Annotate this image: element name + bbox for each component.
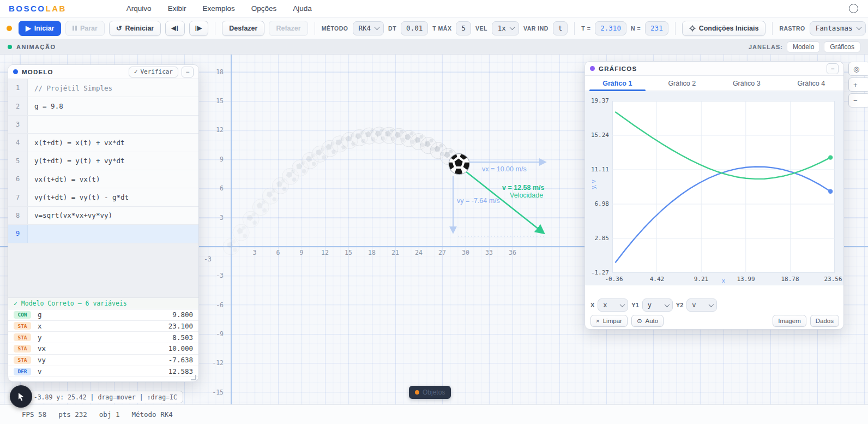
graph-tabs: Gráfico 1 Gráfico 2 Gráfico 3 Gráfico 4 bbox=[585, 76, 843, 91]
chart-x-tick: 18.78 bbox=[781, 276, 799, 283]
model-panel: MODELO ✓Verificar − 1// Projétil Simples… bbox=[8, 64, 199, 382]
menu-item-opcoes[interactable]: Opções bbox=[251, 4, 277, 13]
variable-type-badge: DER bbox=[14, 368, 31, 375]
reset-icon: ↺ bbox=[116, 24, 122, 32]
y-tick: 12 bbox=[206, 126, 224, 134]
settings-icon[interactable] bbox=[849, 4, 858, 13]
pause-button[interactable]: Parar bbox=[65, 21, 104, 36]
tmax-input[interactable]: 5 bbox=[456, 21, 471, 35]
rastro-select[interactable]: Fantasmas bbox=[810, 21, 866, 35]
code-line[interactable]: 4x(t+dt) = x(t) + vx*dt bbox=[8, 134, 198, 152]
step-forward-button[interactable]: |▶ bbox=[189, 21, 209, 36]
window-toggle-modelo[interactable]: Modelo bbox=[787, 41, 820, 52]
graphs-panel-header[interactable]: GRÁFICOS − bbox=[585, 62, 843, 76]
variable-row: STAx23.100 bbox=[8, 321, 198, 332]
x-axis-select-label: X bbox=[590, 302, 594, 308]
code-line[interactable]: 7vy(t+dt) = vy(t) - g*dt bbox=[8, 188, 198, 206]
view-reset-button[interactable]: ◎ bbox=[848, 62, 868, 76]
n-value-field: 231 bbox=[645, 21, 668, 35]
dt-input[interactable]: 0.01 bbox=[401, 21, 428, 35]
x-tick: 6 bbox=[276, 249, 280, 256]
verify-button[interactable]: ✓Verificar bbox=[129, 67, 178, 77]
chart-y-tick: 11.11 bbox=[585, 166, 609, 173]
menu-items: Arquivo Exibir Exemplos Opções Ajuda bbox=[126, 4, 312, 13]
export-image-button[interactable]: Imagem bbox=[773, 315, 806, 327]
pause-label: Parar bbox=[80, 25, 98, 32]
zoom-out-button[interactable]: − bbox=[848, 93, 868, 108]
code-line-active[interactable]: 9 bbox=[8, 225, 198, 243]
code-line[interactable]: 3 bbox=[8, 116, 198, 134]
varind-input[interactable]: t bbox=[553, 21, 568, 35]
variable-value: 9.800 bbox=[172, 310, 193, 319]
tab-grafico-4[interactable]: Gráfico 4 bbox=[779, 76, 844, 91]
vel-select[interactable]: 1x bbox=[492, 21, 519, 35]
start-button[interactable]: ▶Iniciar bbox=[19, 21, 61, 36]
code-text: g = 9.8 bbox=[28, 97, 198, 115]
tab-grafico-1[interactable]: Gráfico 1 bbox=[585, 76, 650, 91]
code-text: y(t+dt) = y(t) + vy*dt bbox=[28, 152, 198, 170]
initial-conditions-button[interactable]: Condições Iniciais bbox=[682, 21, 766, 36]
reset-button[interactable]: ↺Reiniciar bbox=[109, 21, 161, 36]
minimize-button[interactable]: − bbox=[182, 67, 194, 77]
code-line[interactable]: 6vx(t+dt) = vx(t) bbox=[8, 170, 198, 188]
tab-grafico-2[interactable]: Gráfico 2 bbox=[650, 76, 715, 91]
x-icon: × bbox=[596, 318, 600, 324]
zoom-in-button[interactable]: + bbox=[848, 77, 868, 92]
code-line[interactable]: 1// Projétil Simples bbox=[8, 79, 198, 97]
auto-label: Auto bbox=[646, 318, 659, 324]
menu-item-exibir[interactable]: Exibir bbox=[168, 4, 186, 13]
start-label: Iniciar bbox=[34, 25, 55, 32]
tmax-label: T MÁX bbox=[432, 25, 451, 32]
minimize-button[interactable]: − bbox=[827, 63, 839, 74]
tab-grafico-3[interactable]: Gráfico 3 bbox=[714, 76, 779, 91]
auto-scale-button[interactable]: ⊙Auto bbox=[631, 315, 664, 327]
gear-icon bbox=[689, 25, 696, 32]
vel-value: 1x bbox=[498, 24, 506, 32]
window-toggle-graficos[interactable]: Gráficos bbox=[824, 41, 860, 52]
code-text bbox=[28, 225, 198, 242]
undo-button[interactable]: Desfazer bbox=[222, 21, 264, 36]
model-panel-header[interactable]: MODELO ✓Verificar − bbox=[8, 65, 198, 79]
y-tick: 6 bbox=[206, 184, 224, 192]
export-data-button[interactable]: Dados bbox=[810, 315, 839, 327]
method-select[interactable]: RK4 bbox=[353, 21, 384, 35]
chart-axis-controls: X x Y1 y Y2 v bbox=[585, 298, 844, 312]
data-label: Dados bbox=[816, 318, 834, 324]
auto-scale-icon: ⊙ bbox=[637, 317, 642, 325]
variable-value: -7.638 bbox=[168, 356, 193, 364]
chart-y-tick: 6.98 bbox=[585, 200, 609, 207]
play-icon: ▶ bbox=[26, 24, 31, 32]
chart-x-tick: 9.21 bbox=[694, 276, 709, 283]
initial-conditions-label: Condições Iniciais bbox=[699, 25, 759, 32]
y1-axis-select[interactable]: y bbox=[642, 298, 673, 312]
minus-icon: − bbox=[853, 97, 858, 105]
object-dot-icon bbox=[415, 390, 419, 395]
menu-item-arquivo[interactable]: Arquivo bbox=[126, 4, 152, 13]
y2-axis-select[interactable]: v bbox=[686, 298, 717, 312]
line-number: 6 bbox=[8, 170, 28, 188]
cursor-badge bbox=[10, 385, 32, 408]
code-line[interactable]: 2g = 9.8 bbox=[8, 97, 198, 115]
clear-chart-button[interactable]: ×Limpar bbox=[590, 315, 628, 327]
editor-empty-area[interactable] bbox=[8, 243, 198, 298]
n-label: N = bbox=[631, 25, 641, 32]
y2-axis-value: v bbox=[692, 301, 696, 309]
variable-value: 8.503 bbox=[172, 333, 193, 342]
animation-bar: ANIMAÇÃO JANELAS: Modelo Gráficos bbox=[0, 39, 868, 55]
code-line[interactable]: 8v=sqrt(vx*vx+vy*vy) bbox=[8, 207, 198, 225]
code-line[interactable]: 5y(t+dt) = y(t) + vy*dt bbox=[8, 152, 198, 170]
line-number: 4 bbox=[8, 134, 28, 151]
redo-button[interactable]: Refazer bbox=[269, 21, 308, 36]
variable-row: CONg9.800 bbox=[8, 309, 198, 321]
menu-item-ajuda[interactable]: Ajuda bbox=[293, 4, 312, 13]
objects-pill[interactable]: Objetos bbox=[409, 386, 451, 399]
step-back-button[interactable]: ◀| bbox=[165, 21, 185, 36]
chart-area[interactable]: 19.37 15.24 11.11 6.98 2.85 -1.27 -0.36 … bbox=[585, 91, 844, 285]
t-value-field: 2.310 bbox=[595, 21, 626, 35]
y-tick: 9 bbox=[206, 156, 224, 163]
x-axis-select[interactable]: x bbox=[598, 298, 628, 312]
menu-item-exemplos[interactable]: Exemplos bbox=[202, 4, 234, 13]
x-tick: 21 bbox=[391, 249, 399, 256]
divider bbox=[215, 22, 215, 35]
resize-handle[interactable] bbox=[191, 375, 196, 380]
